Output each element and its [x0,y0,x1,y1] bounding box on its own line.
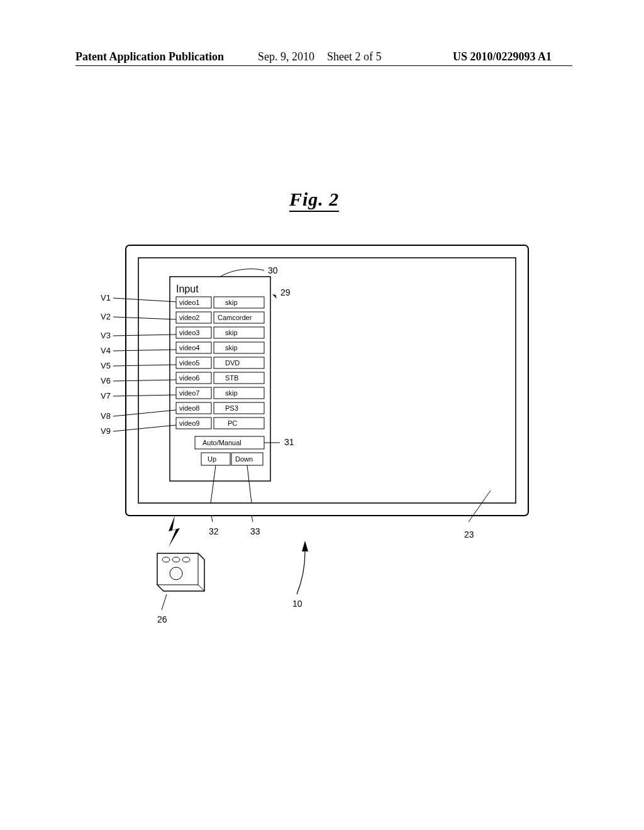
row-label: V4 [101,346,111,355]
row-label: V5 [101,361,111,370]
row-name: video2 [179,314,199,321]
signal-bolt-icon [169,516,180,547]
row-value: PC [228,419,237,427]
row-value: PS3 [225,404,238,412]
menu-header: Input [176,284,199,294]
row-name: video8 [179,404,199,412]
callout-23: 23 [464,529,474,540]
leader-row [113,298,176,302]
leader-row [113,380,176,381]
publication-date: Sep. 9, 2010 [258,50,314,64]
arrowhead-29-icon [272,290,277,299]
row-value: Camcorder [218,314,252,321]
leader-row [113,365,176,366]
leader-23 [469,490,491,522]
callout-31: 31 [284,437,294,447]
row-label: V1 [101,293,111,302]
row-value: STB [225,374,238,382]
row-value-box [214,387,264,399]
row-name: video5 [179,359,199,367]
row-label: V3 [101,331,111,340]
row-name: video6 [179,374,199,382]
row-label: V2 [101,312,111,321]
leader-row [113,335,176,336]
leader-row [113,425,176,431]
row-value: skip [225,389,238,397]
row-value-box [214,402,264,414]
row-value-box [214,297,264,308]
callout-33: 33 [250,526,260,536]
row-label: V9 [101,426,111,436]
callout-29: 29 [280,287,291,297]
leader-33b [252,516,253,522]
leader-row [113,317,176,319]
row-value-box [214,327,264,338]
row-value-box [214,372,264,384]
callout-10: 10 [292,599,303,609]
row-label: V6 [101,376,111,385]
row-value-box [214,418,264,429]
up-label: Up [208,455,216,463]
figure-2: Input 30 29 V1 video1 skip V2 video2 Cam… [88,239,560,629]
callout-26: 26 [157,614,167,624]
row-value: skip [225,344,238,351]
leader-26 [162,594,167,610]
publication-number: US 2010/0229093 A1 [453,50,552,64]
leader-row [113,395,176,396]
figure-svg: Input 30 29 V1 video1 skip V2 video2 Cam… [88,239,560,629]
leader-32b [211,516,213,522]
row-name: video9 [179,419,199,427]
figure-title: Fig. 2 [289,189,339,210]
row-name: video4 [179,344,199,351]
row-value: DVD [225,359,240,367]
auto-manual-label: Auto/Manual [203,439,242,446]
svg-marker-0 [157,553,204,591]
arrow-10-icon [302,541,308,551]
row-value-box [214,342,264,353]
publication-label: Patent Application Publication [75,50,224,64]
row-name: video1 [179,299,199,306]
sheet-info: Sheet 2 of 5 [327,50,381,64]
leader-row [113,410,176,416]
down-label: Down [235,455,253,463]
row-label: V7 [101,391,111,401]
callout-30: 30 [268,265,278,275]
row-value: skip [225,329,238,336]
header-rule [75,65,572,66]
row-name: video7 [179,389,199,397]
callout-32: 32 [209,526,219,536]
remote-control-icon [157,553,204,591]
row-label: V8 [101,411,111,421]
leader-10 [297,551,305,594]
row-value: skip [225,299,238,306]
row-name: video3 [179,329,199,336]
leader-30 [220,269,264,277]
leader-row [113,350,176,351]
